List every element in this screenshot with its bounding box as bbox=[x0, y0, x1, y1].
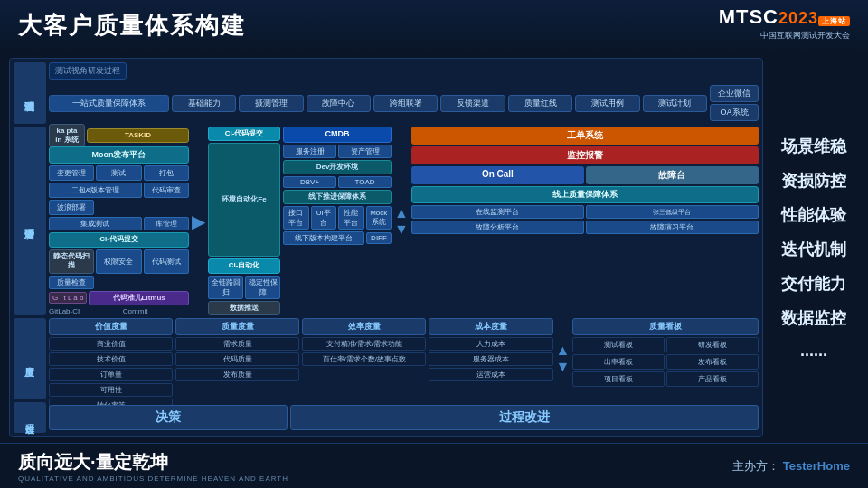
fault-analysis: 故障分析平台 bbox=[411, 221, 584, 234]
fault-center: 故障中心 bbox=[307, 95, 371, 112]
footer-right: 主办方： TesterHome bbox=[732, 458, 850, 474]
sidebar-item-0[interactable]: 场景维稳 bbox=[769, 132, 859, 161]
eff-item-1: 百仕率/需求个数/故事点数 bbox=[302, 352, 426, 366]
stability: 稳定性保障 bbox=[245, 276, 280, 299]
logo-subtitle: 中国互联网测试开发大会 bbox=[760, 30, 850, 42]
quality-redline: 质量红线 bbox=[508, 95, 572, 112]
qb-item-0: 测试看板 bbox=[572, 337, 665, 352]
quality-measure-header: 质量度量 bbox=[175, 318, 299, 335]
quality-board-header: 质量看板 bbox=[572, 318, 759, 335]
qm-item-0: 需求质量 bbox=[175, 337, 299, 351]
cost-item-0: 人力成本 bbox=[429, 337, 552, 351]
code-review: 代码审查 bbox=[144, 183, 189, 198]
asset-mgmt: 资产管理 bbox=[338, 145, 392, 158]
cost-item-1: 服务器成本 bbox=[429, 352, 552, 366]
env-automation: 环境自动化Fe bbox=[208, 143, 280, 257]
perf-platform: 性能平台 bbox=[338, 206, 364, 230]
arrow-1: ▶ bbox=[192, 127, 205, 315]
api-platform: 接口平台 bbox=[283, 206, 309, 230]
process-content: 决策 过程改进 bbox=[49, 402, 759, 433]
cmdb: CMDB bbox=[283, 127, 392, 143]
security-cell: 权限安全 bbox=[96, 249, 141, 274]
fault-platform: 故障台 bbox=[586, 166, 759, 184]
moon-platform-title: Moon发布平台 bbox=[49, 146, 189, 164]
test-mgmt-row: 测试管理 测试视角研发过程 一站式质量保障体系 基础能力 摄测管理 故障中心 跨… bbox=[14, 62, 759, 124]
diagram-area: 测试管理 测试视角研发过程 一站式质量保障体系 基础能力 摄测管理 故障中心 跨… bbox=[9, 58, 763, 437]
improvement-cell: 过程改进 bbox=[290, 405, 759, 430]
test-cases: 测试用例 bbox=[575, 95, 639, 112]
quality-board-grid: 测试看板 研发看板 出率看板 发布看板 项目看板 产品看板 bbox=[572, 337, 759, 387]
qb-item-4: 项目看板 bbox=[572, 371, 665, 387]
qb-item-5: 产品看板 bbox=[666, 371, 759, 387]
ci-litmus: 代码准儿Litmus bbox=[89, 291, 189, 305]
cross-team: 跨组联署 bbox=[373, 95, 438, 112]
efficiency-col: 效率度量 支付精准/需求/需求功能 百仕率/需求个数/故事点数 bbox=[302, 318, 426, 399]
dev-env: Dev开发环境 bbox=[283, 160, 392, 174]
arrow-2: ▲ ▼ bbox=[394, 127, 409, 315]
enterprise-wechat: 企业微信 bbox=[710, 85, 759, 102]
footer-title-en: QUALITATIVE AND AMBITIOUS DETERMINE HEAV… bbox=[18, 474, 288, 483]
code-test: 代码测试 bbox=[144, 249, 189, 274]
sidebar-item-3[interactable]: 迭代机制 bbox=[769, 235, 859, 264]
qb-item-1: 研发看板 bbox=[666, 337, 759, 352]
mock-system: Mock系统 bbox=[366, 206, 392, 230]
data-push: 数据推送 bbox=[208, 301, 280, 315]
quality-board-col: 质量看板 测试看板 研发看板 出率看板 发布看板 项目看板 产品看板 bbox=[572, 318, 759, 399]
lib-mgmt: 库管理 bbox=[144, 217, 189, 230]
footer-organizer: 主办方： bbox=[732, 459, 779, 473]
basic-capability: 基础能力 bbox=[172, 95, 236, 112]
quality-check-2: 质量检查 bbox=[49, 276, 94, 289]
integration-test: 集成测试 bbox=[49, 217, 142, 230]
sidebar-item-4[interactable]: 交付能力 bbox=[769, 269, 859, 298]
ui-platform: UI平台 bbox=[311, 206, 337, 230]
quality-measure-col: 质量度量 需求质量 代码质量 发布质量 bbox=[175, 318, 299, 399]
measure-arrow: ▲ ▼ bbox=[556, 318, 571, 399]
test-plan: 测试计划 bbox=[643, 95, 707, 112]
measure-content: 价值度量 商业价值 技术价值 订单量 可用性 转化率等 相应时间等 质量度量 需… bbox=[49, 318, 759, 399]
flow-label: 测试视角研发过程 bbox=[49, 62, 127, 80]
test-management: 摄测管理 bbox=[239, 95, 303, 112]
gitlab: G i t L a b bbox=[49, 292, 87, 304]
commit-label: Commit bbox=[81, 307, 189, 315]
oa-system: OA系统 bbox=[710, 104, 759, 121]
conference-logo: MTSC2023上海站 中国互联网测试开发大会 bbox=[719, 5, 850, 42]
process-row: 过程改进 决策 过程改进 bbox=[14, 402, 759, 433]
efficiency-header: 效率度量 bbox=[302, 318, 426, 335]
gitlab-ci: GitLab-CI bbox=[49, 307, 80, 315]
sidebar-item-1[interactable]: 资损防控 bbox=[769, 166, 859, 195]
test-mgmt-content: 测试视角研发过程 一站式质量保障体系 基础能力 摄测管理 故障中心 跨组联署 反… bbox=[49, 62, 759, 124]
qm-item-2: 发布质量 bbox=[175, 368, 299, 381]
test-cell: 测试 bbox=[96, 165, 141, 181]
dev-mgmt-label: 研发管理 bbox=[14, 127, 46, 315]
process-platform: 故障演习平台 bbox=[586, 221, 759, 234]
toad: TOAD bbox=[338, 176, 392, 188]
footer-brand: TesterHome bbox=[783, 459, 850, 473]
dev-mgmt-row: 研发管理 ka pta in 系统 TASKID Moon bbox=[14, 127, 759, 315]
measure-row: 度量 价值度量 商业价值 技术价值 订单量 可用性 转化率等 相应时间等 bbox=[14, 318, 759, 399]
qb-item-3: 发布看板 bbox=[666, 354, 759, 370]
vq-item-2: 订单量 bbox=[49, 368, 173, 381]
dbv: DBV+ bbox=[283, 176, 336, 188]
online-platform: 在线监测平台 bbox=[411, 205, 584, 219]
cost-col: 成本度量 人力成本 服务器成本 运营成本 bbox=[429, 318, 552, 399]
eff-item-0: 支付精准/需求/需求功能 bbox=[302, 337, 426, 351]
ci-code-push: CI-代码提交 bbox=[208, 127, 280, 141]
service-reg: 服务注册 bbox=[283, 145, 336, 158]
sidebar-item-6: ...... bbox=[769, 338, 859, 364]
decision-cell: 决策 bbox=[49, 405, 288, 430]
full-regression: 全链路回归 bbox=[208, 276, 243, 299]
footer-title-cn: 质向远大·量定乾坤 bbox=[18, 450, 288, 474]
ci-label: CI-代码提交 bbox=[49, 232, 189, 247]
vq-item-0: 商业价值 bbox=[49, 337, 173, 351]
wave-deploy: 波浪部署 bbox=[49, 200, 94, 215]
value-quality-header: 价值度量 bbox=[49, 318, 173, 335]
diff: DIFF bbox=[366, 232, 392, 244]
taskid: TASKID bbox=[87, 128, 189, 143]
sidebar-item-2[interactable]: 性能体验 bbox=[769, 201, 859, 230]
feedback: 反馈渠道 bbox=[440, 95, 505, 112]
dev-mgmt-content: ka pta in 系统 TASKID Moon发布平台 变更管理 测试 打包 … bbox=[49, 127, 759, 315]
value-quality-col: 价值度量 商业价值 技术价值 订单量 可用性 转化率等 相应时间等 bbox=[49, 318, 173, 399]
pkg-mgmt: 二包&版本管理 bbox=[49, 183, 142, 198]
ci-automation: CI-自动化 bbox=[208, 258, 280, 273]
sidebar-item-5[interactable]: 数据监控 bbox=[769, 304, 859, 333]
